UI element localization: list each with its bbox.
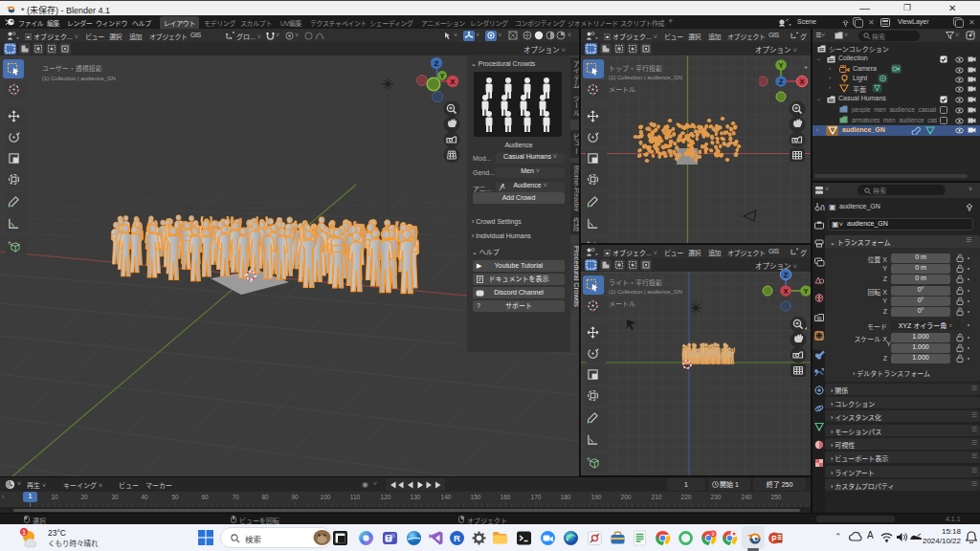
svg-text:Z: Z — [779, 77, 784, 86]
svg-text:1: 1 — [22, 528, 26, 537]
svg-text:X: X — [799, 77, 804, 86]
svg-text:Y: Y — [778, 61, 783, 70]
svg-text:X: X — [783, 287, 788, 296]
svg-text:Y: Y — [803, 287, 808, 296]
svg-text:Z: Z — [434, 59, 439, 68]
svg-text:9: 9 — [711, 531, 714, 537]
svg-text:R: R — [454, 533, 460, 543]
svg-text:Z: Z — [784, 271, 789, 279]
svg-text:T: T — [387, 535, 390, 541]
svg-text:X: X — [450, 77, 456, 86]
svg-text:P: P — [771, 534, 777, 543]
svg-text:Y: Y — [440, 73, 445, 79]
